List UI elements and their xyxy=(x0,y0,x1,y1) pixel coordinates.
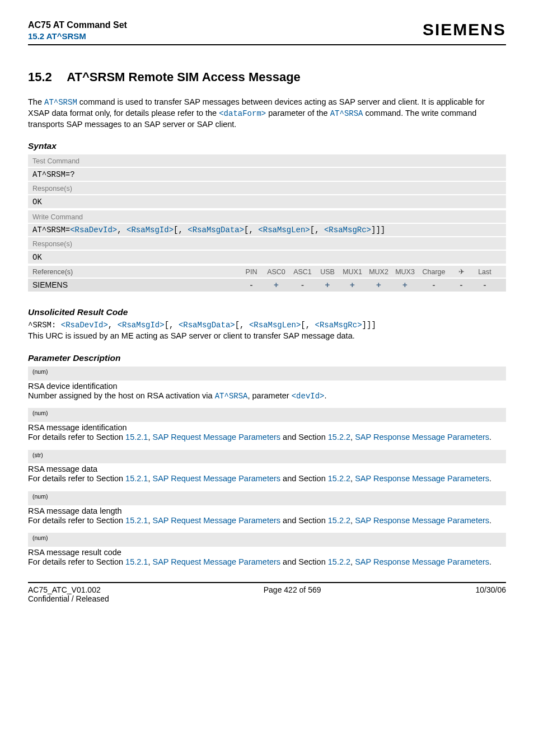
col-usb: USB xyxy=(316,268,339,276)
link-sap-response-params[interactable]: SAP Response Message Parameters xyxy=(355,474,489,483)
link-section-1521[interactable]: 15.2.1 xyxy=(125,516,148,525)
val-charge: - xyxy=(433,280,435,289)
section-title-text: AT^SRSM Remote SIM Access Message xyxy=(67,70,301,84)
link-sap-response-params[interactable]: SAP Response Message Parameters xyxy=(355,516,489,525)
doc-subtitle: 15.2 AT^SRSM xyxy=(28,31,127,41)
urc-line: ^SRSM: <RsaDevId>, <RsaMsgId>[, <RsaMsgD… xyxy=(28,321,506,330)
col-asc1: ASC1 xyxy=(289,268,316,276)
param-body: For details refer to Section 15.2.1, SAP… xyxy=(28,432,506,443)
param-body: Number assigned by the host on RSA activ… xyxy=(28,391,506,402)
page-footer: AC75_ATC_V01.002 Confidential / Released… xyxy=(28,582,506,603)
text: , xyxy=(108,321,118,330)
write-command-label: Write Command xyxy=(32,213,83,221)
link-rsamsglen[interactable]: <RsaMsgLen> xyxy=(258,226,310,234)
link-sap-request-params[interactable]: SAP Request Message Parameters xyxy=(152,474,280,483)
intro-paragraph: The AT^SRSM command is used to transfer … xyxy=(28,97,506,130)
link-sap-request-params[interactable]: SAP Request Message Parameters xyxy=(152,516,280,525)
text: AT^SRSM= xyxy=(32,226,70,234)
text: [, xyxy=(235,321,249,330)
footer-doc-id: AC75_ATC_V01.002 xyxy=(28,585,109,594)
link-sap-request-params[interactable]: SAP Request Message Parameters xyxy=(152,557,280,566)
urc-heading: Unsolicited Result Code xyxy=(28,307,506,317)
link-section-1521[interactable]: 15.2.1 xyxy=(125,557,148,566)
link-rsamsglen[interactable]: <RsaMsgLen> xyxy=(249,321,301,330)
response-ok: OK xyxy=(32,198,42,206)
write-command: AT^SRSM=<RsaDevId>, <RsaMsgId>[, <RsaMsg… xyxy=(28,224,506,237)
link-rsamsgrc[interactable]: <RsaMsgRc> xyxy=(324,226,371,234)
text: , xyxy=(117,226,127,234)
col-mux2: MUX2 xyxy=(366,268,392,276)
col-mux1: MUX1 xyxy=(339,268,366,276)
text: ]]] xyxy=(362,321,376,330)
val-asc1: - xyxy=(301,280,304,289)
param-title: RSA message data length xyxy=(28,506,506,515)
link-rsamsgrc[interactable]: <RsaMsgRc> xyxy=(315,321,362,330)
reference-header-row: Reference(s) PIN ASC0 ASC1 USB MUX1 MUX2… xyxy=(28,266,506,279)
reference-value-row: SIEMENS - + - + + + + - - - xyxy=(28,279,506,292)
param-title: RSA message identification xyxy=(28,423,506,432)
link-rsamsgdata[interactable]: <RsaMsgData> xyxy=(179,321,235,330)
link-sap-response-params[interactable]: SAP Response Message Parameters xyxy=(355,433,489,442)
col-pin: PIN xyxy=(240,268,263,276)
link-at-srsm[interactable]: AT^SRSM xyxy=(44,98,77,107)
val-mux2: + xyxy=(376,280,381,289)
link-rsamsgid[interactable]: <RsaMsgId> xyxy=(118,321,165,330)
footer-date: 10/30/06 xyxy=(476,585,507,603)
response-label: Response(s) xyxy=(32,240,72,248)
doc-title: AC75 AT Command Set xyxy=(28,20,127,30)
footer-page-number: Page 422 of 569 xyxy=(264,585,321,603)
link-sap-response-params[interactable]: SAP Response Message Parameters xyxy=(355,557,489,566)
val-mux1: + xyxy=(350,280,355,289)
link-section-1522[interactable]: 15.2.2 xyxy=(328,557,350,566)
param-name-box: (num) xyxy=(28,408,506,422)
link-section-1521[interactable]: 15.2.1 xyxy=(125,433,148,442)
section-heading: 15.2 AT^SRSM Remote SIM Access Message xyxy=(28,70,506,84)
text: [, xyxy=(244,226,258,234)
link-dataform-param[interactable]: <dataForm> xyxy=(219,109,266,118)
link-at-srsa[interactable]: AT^SRSA xyxy=(215,392,248,401)
text: [, xyxy=(301,321,315,330)
test-command-box: Test Command AT^SRSM=? Response(s) OK xyxy=(28,154,506,208)
col-charge: Charge xyxy=(418,268,449,276)
link-section-1522[interactable]: 15.2.2 xyxy=(328,516,350,525)
page-header: AC75 AT Command Set 15.2 AT^SRSM SIEMENS xyxy=(28,20,506,45)
parameters-container: (num)RSA device identificationNumber ass… xyxy=(28,367,506,567)
param-name-box: (str) xyxy=(28,450,506,464)
link-at-srsa[interactable]: AT^SRSA xyxy=(330,109,363,118)
footer-left: AC75_ATC_V01.002 Confidential / Released xyxy=(28,585,109,603)
link-rsamsgdata[interactable]: <RsaMsgData> xyxy=(188,226,244,234)
response-label: Response(s) xyxy=(32,185,72,192)
reference-table: Reference(s) PIN ASC0 ASC1 USB MUX1 MUX2… xyxy=(28,266,506,292)
val-airplane: - xyxy=(460,280,463,289)
link-devid-param[interactable]: <devId> xyxy=(292,392,325,401)
param-title: RSA message data xyxy=(28,464,506,473)
link-rsadevid[interactable]: <RsaDevId> xyxy=(61,321,108,330)
link-rsadevid[interactable]: <RsaDevId> xyxy=(70,226,117,234)
param-name-box: (num) xyxy=(28,491,506,505)
link-sap-request-params[interactable]: SAP Request Message Parameters xyxy=(152,433,280,442)
val-asc0: + xyxy=(274,280,279,289)
link-section-1522[interactable]: 15.2.2 xyxy=(328,433,350,442)
text: [, xyxy=(165,321,179,330)
val-last: - xyxy=(484,280,486,289)
link-section-1522[interactable]: 15.2.2 xyxy=(328,474,350,483)
text: [, xyxy=(310,226,324,234)
page: AC75 AT Command Set 15.2 AT^SRSM SIEMENS… xyxy=(0,0,534,614)
link-rsamsgid[interactable]: <RsaMsgId> xyxy=(127,226,174,234)
col-last: Last xyxy=(473,268,496,276)
param-body: For details refer to Section 15.2.1, SAP… xyxy=(28,473,506,485)
param-body: For details refer to Section 15.2.1, SAP… xyxy=(28,515,506,527)
header-left: AC75 AT Command Set 15.2 AT^SRSM xyxy=(28,20,127,41)
param-name-box: (num) xyxy=(28,533,506,547)
param-body: For details refer to Section 15.2.1, SAP… xyxy=(28,557,506,568)
param-title: RSA device identification xyxy=(28,382,506,391)
text: parameter of the xyxy=(266,109,330,118)
reference-vendor: SIEMENS xyxy=(32,280,240,289)
response-ok: OK xyxy=(32,253,42,262)
reference-label: Reference(s) xyxy=(32,268,240,276)
test-command: AT^SRSM=? xyxy=(32,170,75,179)
urc-description: This URC is issued by an ME acting as SA… xyxy=(28,331,506,342)
link-section-1521[interactable]: 15.2.1 xyxy=(125,474,148,483)
text: ^SRSM: xyxy=(28,321,61,330)
param-title: RSA message result code xyxy=(28,548,506,557)
